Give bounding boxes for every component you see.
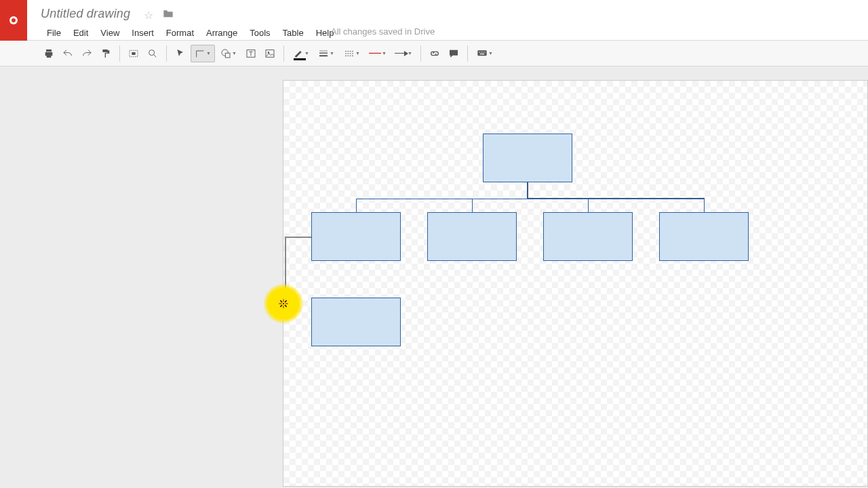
toolbar-separator (283, 45, 284, 62)
orgchart-box-child[interactable] (543, 212, 633, 261)
toolbar-separator (166, 45, 167, 62)
toolbar: ▼ ▼ ▼ ▼ ▼ ▼ ▼ ▼ (0, 41, 868, 66)
save-status: All changes saved in Drive (331, 26, 435, 37)
menu-tools[interactable]: Tools (243, 26, 276, 40)
svg-point-1 (12, 18, 16, 22)
shape-tool-icon[interactable]: ▼ (216, 45, 241, 62)
image-icon[interactable] (261, 45, 279, 62)
redo-icon[interactable] (78, 45, 96, 62)
paint-format-icon[interactable] (97, 45, 115, 62)
connector[interactable] (588, 199, 589, 212)
line-tool-icon[interactable]: ▼ (191, 45, 215, 62)
drawing-canvas[interactable] (283, 80, 868, 487)
folder-icon[interactable] (163, 9, 174, 21)
select-tool-icon[interactable] (172, 45, 189, 62)
svg-rect-13 (483, 52, 484, 52)
orgchart-box-top[interactable] (483, 134, 572, 182)
svg-rect-14 (484, 52, 485, 52)
comment-icon[interactable] (445, 45, 462, 62)
menu-insert[interactable]: Insert (125, 26, 160, 40)
line-end-icon[interactable]: ▼ (391, 45, 416, 62)
connector[interactable] (472, 199, 473, 212)
text-box-icon[interactable] (242, 45, 260, 62)
orgchart-box-grandchild[interactable] (311, 298, 401, 346)
line-dash-icon[interactable]: ▼ (340, 45, 364, 62)
print-icon[interactable] (40, 45, 58, 62)
menu-view[interactable]: View (94, 26, 125, 40)
connector[interactable] (528, 198, 705, 199)
svg-rect-10 (477, 50, 486, 56)
line-weight-icon[interactable]: ▼ (314, 45, 338, 62)
toolbar-separator (420, 45, 421, 62)
document-title[interactable]: Untitled drawing (41, 7, 130, 21)
svg-point-9 (268, 52, 270, 54)
menu-table[interactable]: Table (277, 26, 310, 40)
svg-rect-3 (132, 52, 135, 55)
svg-rect-6 (225, 53, 230, 58)
app-logo[interactable] (0, 0, 27, 41)
connector[interactable] (356, 199, 357, 212)
menu-format[interactable]: Format (160, 26, 200, 40)
zoom-fit-icon[interactable] (125, 45, 142, 62)
canvas-stage[interactable] (0, 66, 868, 488)
connector[interactable] (704, 199, 705, 212)
undo-icon[interactable] (59, 45, 77, 62)
svg-rect-12 (481, 52, 481, 52)
svg-rect-8 (266, 49, 274, 57)
input-tools-icon[interactable]: ▼ (473, 45, 497, 62)
menu-edit[interactable]: Edit (67, 26, 94, 40)
orgchart-box-child[interactable] (659, 212, 749, 261)
connector-drawing[interactable] (285, 237, 311, 238)
menu-file[interactable]: File (41, 26, 67, 40)
line-start-icon[interactable]: ▼ (366, 45, 390, 62)
star-icon[interactable]: ☆ (144, 9, 153, 22)
connector[interactable] (527, 182, 528, 199)
toolbar-separator (467, 45, 468, 62)
svg-point-4 (149, 49, 155, 55)
svg-rect-15 (480, 54, 485, 54)
menu-arrange[interactable]: Arrange (200, 26, 243, 40)
title-bar: Untitled drawing ☆ File Edit View Insert… (0, 0, 868, 41)
svg-rect-11 (479, 52, 479, 52)
zoom-icon[interactable] (144, 45, 161, 62)
orgchart-box-child[interactable] (311, 212, 401, 261)
toolbar-separator (119, 45, 120, 62)
menu-bar: File Edit View Insert Format Arrange Too… (41, 26, 340, 40)
connector-drawing[interactable] (285, 237, 286, 306)
orgchart-box-child[interactable] (427, 212, 517, 261)
line-color-underline (294, 58, 306, 60)
link-icon[interactable] (426, 45, 443, 62)
